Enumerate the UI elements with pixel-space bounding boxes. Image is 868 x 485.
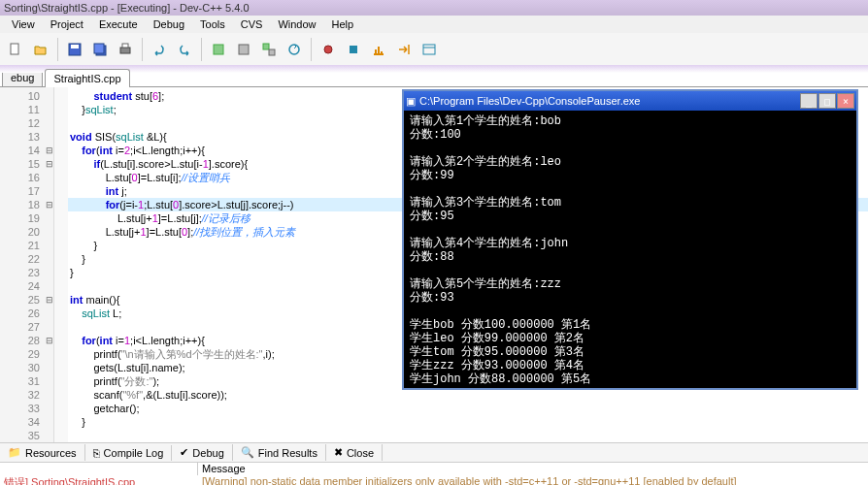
goto-icon[interactable] (392, 38, 416, 61)
tab-icon: 🔍 (241, 446, 254, 459)
svg-point-12 (324, 46, 332, 53)
new-file-icon[interactable] (4, 38, 27, 61)
debug-gutter[interactable] (54, 87, 68, 456)
line-number[interactable]: 14 (0, 144, 53, 157)
open-icon[interactable] (29, 38, 52, 61)
col-file (0, 463, 198, 475)
save-icon[interactable] (63, 38, 86, 61)
svg-rect-0 (11, 44, 18, 54)
svg-rect-8 (239, 45, 249, 54)
stop-icon[interactable] (342, 38, 365, 61)
undo-icon[interactable] (148, 38, 171, 61)
redo-icon[interactable] (173, 38, 196, 61)
message-header: Message (0, 462, 868, 475)
run-icon[interactable] (232, 38, 255, 61)
svg-rect-6 (122, 44, 128, 48)
bottom-tab-debug[interactable]: ✔Debug (172, 444, 232, 461)
svg-rect-4 (94, 44, 104, 53)
menu-view[interactable]: View (4, 16, 43, 33)
line-number[interactable]: 20 (0, 225, 53, 239)
line-number[interactable]: 19 (0, 211, 53, 225)
line-number[interactable]: 11 (0, 103, 53, 116)
line-number[interactable]: 31 (0, 374, 53, 388)
console-app-icon: ▣ (406, 95, 416, 108)
line-number[interactable]: 28 (0, 334, 53, 347)
line-number[interactable]: 16 (0, 171, 53, 184)
line-number[interactable]: 10 (0, 89, 53, 103)
line-number[interactable]: 27 (0, 320, 53, 334)
line-number[interactable]: 35 (0, 429, 53, 442)
line-number[interactable]: 26 (0, 307, 53, 320)
svg-rect-7 (214, 45, 223, 54)
line-gutter: 1011121314151617181920212223242526272829… (0, 87, 54, 456)
toolbar (0, 33, 868, 66)
tab-icon: ✖ (334, 446, 343, 459)
menu-debug[interactable]: Debug (146, 16, 192, 33)
line-number[interactable]: 29 (0, 347, 53, 361)
line-number[interactable]: 15 (0, 157, 53, 171)
svg-rect-9 (263, 44, 269, 49)
line-number[interactable]: 34 (0, 415, 53, 429)
svg-rect-10 (269, 49, 275, 55)
line-number[interactable]: 18 (0, 198, 53, 211)
line-number[interactable]: 22 (0, 252, 53, 266)
tab-icon: 📁 (8, 446, 21, 459)
line-number[interactable]: 32 (0, 388, 53, 402)
tab-file[interactable]: StraightIS.cpp (45, 69, 129, 87)
minimize-button[interactable]: _ (800, 93, 818, 109)
svg-rect-13 (350, 46, 357, 53)
close-button[interactable]: × (837, 93, 854, 109)
debug-icon[interactable] (317, 38, 340, 61)
tab-icon: ✔ (180, 446, 188, 459)
line-number[interactable]: 30 (0, 361, 53, 374)
bottom-tab-compile-log[interactable]: ⎘Compile Log (85, 445, 173, 461)
menu-execute[interactable]: Execute (91, 16, 146, 33)
menu-bar: ViewProjectExecuteDebugToolsCVSWindowHel… (0, 16, 868, 33)
maximize-button[interactable]: □ (818, 93, 836, 109)
bottom-tab-find-results[interactable]: 🔍Find Results (233, 444, 326, 461)
compile-icon[interactable] (207, 38, 230, 61)
menu-tools[interactable]: Tools (192, 16, 233, 33)
line-number[interactable]: 21 (0, 239, 53, 252)
svg-point-11 (289, 45, 299, 54)
line-number[interactable]: 24 (0, 279, 53, 293)
console-title-text: C:\Program Files\Dev-Cpp\ConsolePauser.e… (416, 95, 799, 107)
message-file: 错误] Sorting\StraightIS.cpp (0, 475, 198, 485)
rebuild-icon[interactable] (283, 38, 306, 61)
menu-help[interactable]: Help (324, 16, 362, 33)
menu-project[interactable]: Project (43, 16, 91, 33)
tab-icon: ⎘ (93, 447, 100, 459)
svg-rect-5 (120, 48, 130, 53)
svg-rect-2 (71, 45, 79, 48)
line-number[interactable]: 25 (0, 293, 53, 307)
window-icon[interactable] (417, 38, 441, 61)
console-titlebar[interactable]: ▣ C:\Program Files\Dev-Cpp\ConsolePauser… (404, 91, 856, 111)
console-output[interactable]: 请输入第1个学生的姓名:bob 分数:100 请输入第2个学生的姓名:leo 分… (404, 111, 856, 431)
profile-icon[interactable] (367, 38, 390, 61)
svg-rect-14 (423, 45, 435, 54)
line-number[interactable]: 23 (0, 266, 53, 279)
code-line[interactable] (68, 429, 868, 442)
line-number[interactable]: 13 (0, 130, 53, 144)
compile-run-icon[interactable] (257, 38, 281, 61)
menu-window[interactable]: Window (270, 16, 323, 33)
line-number[interactable]: 17 (0, 184, 53, 198)
bottom-tab-resources[interactable]: 📁Resources (0, 444, 85, 461)
bottom-tab-close[interactable]: ✖Close (326, 444, 383, 461)
line-number[interactable]: 33 (0, 402, 53, 415)
message-text: [Warning] non-static data member initial… (198, 475, 868, 485)
col-message: Message (198, 463, 868, 475)
menu-cvs[interactable]: CVS (233, 16, 271, 33)
bottom-panel-tabs: 📁Resources⎘Compile Log✔Debug🔍Find Result… (0, 442, 868, 462)
window-titlebar: Sorting\StraightIS.cpp - [Executing] - D… (0, 0, 868, 16)
save-all-icon[interactable] (88, 38, 112, 61)
line-number[interactable]: 12 (0, 116, 53, 130)
print-icon[interactable] (114, 38, 137, 61)
message-row[interactable]: 错误] Sorting\StraightIS.cpp [Warning] non… (0, 475, 868, 485)
console-window: ▣ C:\Program Files\Dev-Cpp\ConsolePauser… (402, 89, 858, 390)
